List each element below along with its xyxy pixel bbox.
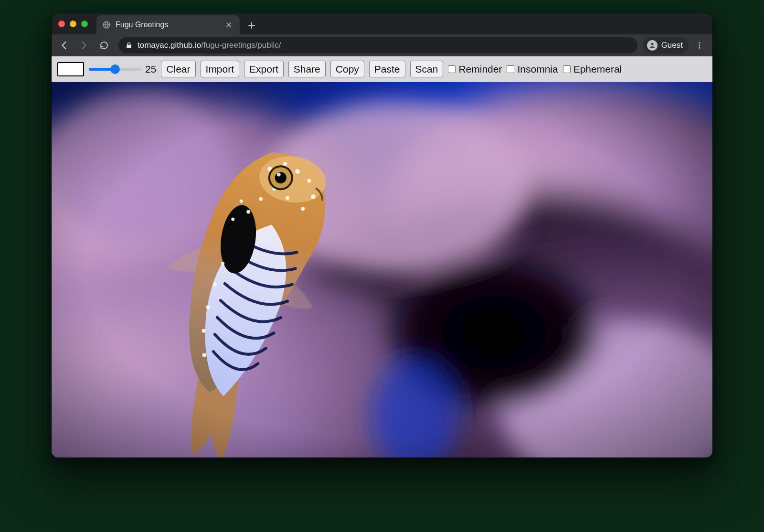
window-close-button[interactable] (58, 21, 65, 27)
insomnia-input[interactable] (507, 65, 514, 73)
color-swatch[interactable] (57, 62, 84, 76)
svg-rect-40 (52, 82, 712, 458)
app-toolbar: 25 Clear Import Export Share Copy Paste … (52, 56, 712, 82)
brush-size-slider[interactable] (89, 68, 141, 71)
menu-button[interactable] (691, 37, 708, 53)
svg-point-4 (699, 45, 700, 46)
profile-chip[interactable]: Guest (643, 37, 689, 53)
new-tab-button[interactable] (244, 18, 259, 32)
address-bar: tomayac.github.io/fugu-greetings/public/… (52, 34, 712, 56)
paste-button[interactable]: Paste (369, 61, 405, 77)
clear-button[interactable]: Clear (161, 61, 195, 77)
window-controls (58, 21, 88, 27)
reminder-label: Reminder (458, 64, 502, 75)
export-button[interactable]: Export (244, 61, 284, 77)
reminder-input[interactable] (448, 65, 456, 73)
user-icon (647, 40, 658, 51)
insomnia-checkbox[interactable]: Insomnia (507, 64, 558, 75)
svg-point-3 (699, 42, 700, 43)
window-fullscreen-button[interactable] (81, 21, 88, 27)
url-host: tomayac.github.io (138, 41, 201, 50)
omnibox[interactable]: tomayac.github.io/fugu-greetings/public/ (118, 37, 637, 53)
insomnia-label: Insomnia (517, 64, 558, 75)
copy-button[interactable]: Copy (330, 61, 364, 77)
browser-tab[interactable]: Fugu Greetings (96, 15, 240, 34)
window-minimize-button[interactable] (70, 21, 76, 27)
profile-label: Guest (661, 41, 683, 50)
brush-size-control: 25 (89, 64, 156, 75)
url-text: tomayac.github.io/fugu-greetings/public/ (138, 41, 631, 50)
reload-button[interactable] (96, 37, 113, 54)
svg-point-5 (699, 47, 700, 49)
scan-button[interactable]: Scan (410, 61, 444, 77)
forward-button[interactable] (75, 37, 93, 54)
brush-size-value: 25 (145, 64, 156, 75)
back-button[interactable] (55, 37, 73, 54)
svg-point-2 (651, 43, 653, 45)
ephemeral-input[interactable] (563, 65, 571, 73)
ephemeral-checkbox[interactable]: Ephemeral (563, 64, 622, 75)
canvas-area[interactable] (52, 82, 712, 458)
tab-title: Fugu Greetings (116, 21, 220, 29)
share-button[interactable]: Share (288, 61, 326, 77)
lock-icon (125, 42, 133, 49)
import-button[interactable]: Import (201, 61, 240, 77)
globe-icon (102, 21, 111, 29)
reminder-checkbox[interactable]: Reminder (448, 64, 502, 75)
titlebar: Fugu Greetings (52, 13, 712, 34)
url-path: /fugu-greetings/public/ (201, 41, 281, 50)
tab-close-icon[interactable] (224, 21, 233, 29)
browser-window: Fugu Greetings (52, 13, 712, 458)
ephemeral-label: Ephemeral (573, 64, 622, 75)
